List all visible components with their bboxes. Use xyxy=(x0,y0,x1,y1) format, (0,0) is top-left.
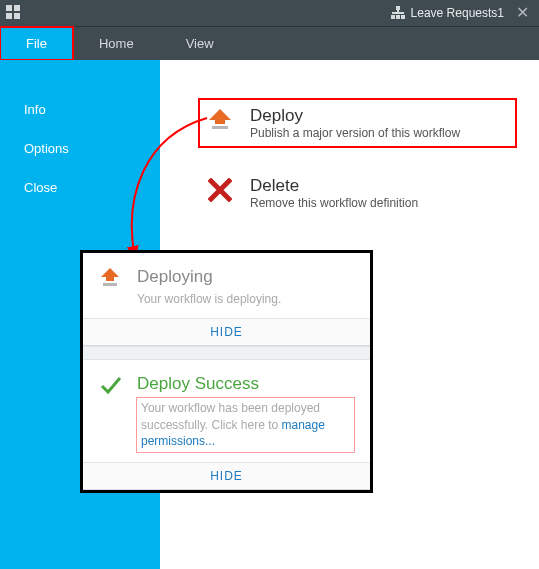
sidebar-item-close[interactable]: Close xyxy=(0,168,160,207)
tab-file[interactable]: File xyxy=(0,27,73,60)
svg-rect-11 xyxy=(215,120,225,124)
deploy-action[interactable]: Deploy Publish a major version of this w… xyxy=(200,100,515,146)
document-title: Leave Requests1 xyxy=(411,6,504,20)
success-check-icon xyxy=(99,374,123,402)
deploying-message: Your workflow is deploying. xyxy=(137,291,281,308)
hide-button-deploying[interactable]: HIDE xyxy=(83,318,370,345)
tab-home[interactable]: Home xyxy=(73,27,160,60)
app-switcher-icon[interactable] xyxy=(6,5,20,23)
deploy-title: Deploy xyxy=(250,106,460,126)
deploy-icon xyxy=(206,106,234,134)
deploying-panel: Deploying Your workflow is deploying. HI… xyxy=(83,253,370,346)
hide-button-success[interactable]: HIDE xyxy=(83,462,370,489)
sidebar-item-info[interactable]: Info xyxy=(0,90,160,129)
menu-bar: File Home View xyxy=(0,26,539,60)
deploy-subtitle: Publish a major version of this workflow xyxy=(250,126,460,140)
delete-icon xyxy=(206,176,234,204)
svg-rect-2 xyxy=(6,13,12,19)
sidebar-item-options[interactable]: Options xyxy=(0,129,160,168)
success-title: Deploy Success xyxy=(137,374,354,394)
svg-rect-15 xyxy=(103,283,117,286)
delete-action[interactable]: Delete Remove this workflow definition xyxy=(200,170,515,216)
panel-separator xyxy=(83,346,370,360)
deploy-status-popup: Deploying Your workflow is deploying. HI… xyxy=(80,250,373,493)
close-icon[interactable]: ✕ xyxy=(512,5,533,21)
deploy-upload-icon xyxy=(99,267,123,293)
delete-subtitle: Remove this workflow definition xyxy=(250,196,418,210)
svg-rect-0 xyxy=(6,5,12,11)
svg-rect-9 xyxy=(392,12,404,14)
svg-rect-1 xyxy=(14,5,20,11)
svg-marker-10 xyxy=(209,109,231,120)
svg-rect-6 xyxy=(396,15,400,19)
svg-rect-3 xyxy=(14,13,20,19)
svg-rect-4 xyxy=(396,6,400,10)
svg-rect-5 xyxy=(391,15,395,19)
delete-title: Delete xyxy=(250,176,418,196)
svg-rect-7 xyxy=(401,15,405,19)
svg-rect-12 xyxy=(212,126,228,129)
sitemap-icon xyxy=(391,6,405,20)
svg-rect-14 xyxy=(106,277,114,281)
svg-marker-13 xyxy=(101,268,119,277)
deploy-success-panel: Deploy Success Your workflow has been de… xyxy=(83,360,370,490)
success-message-box: Your workflow has been deployed successf… xyxy=(137,398,354,452)
deploying-title: Deploying xyxy=(137,267,281,287)
tab-view[interactable]: View xyxy=(160,27,240,60)
